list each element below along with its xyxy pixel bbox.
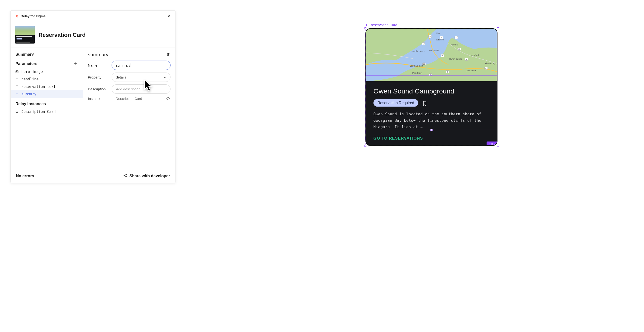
map-label: Thornbury bbox=[485, 62, 495, 65]
svg-text:13: 13 bbox=[423, 43, 424, 45]
route-shield-icon: 10 bbox=[441, 54, 444, 58]
parameter-item-summary[interactable]: summary bbox=[11, 90, 83, 98]
reservation-chip: Reservation Required bbox=[374, 99, 418, 107]
route-shield-icon: 26 bbox=[465, 58, 468, 61]
svg-text:6: 6 bbox=[447, 71, 448, 73]
share-icon bbox=[123, 174, 127, 178]
map-label: Kemble bbox=[451, 44, 458, 46]
diamond-icon bbox=[15, 110, 19, 113]
component-label[interactable]: Reservation Card bbox=[365, 23, 498, 27]
cta-link[interactable]: GO TO RESERVATIONS bbox=[374, 136, 423, 140]
parameter-item-headline[interactable]: headline bbox=[11, 75, 83, 83]
delete-button[interactable] bbox=[166, 52, 170, 57]
route-shield-icon: 13 bbox=[422, 42, 426, 46]
selection-handle[interactable] bbox=[497, 145, 499, 147]
text-icon bbox=[15, 92, 19, 96]
section-summary-heading: Summary bbox=[11, 52, 83, 59]
relay-instances-list: Description Card bbox=[11, 108, 83, 116]
component-label-text: Reservation Card bbox=[370, 23, 397, 27]
component-thumbnail bbox=[15, 26, 35, 44]
text-icon bbox=[15, 77, 19, 81]
route-shield-icon: 17 bbox=[458, 47, 461, 51]
svg-text:26: 26 bbox=[485, 68, 487, 69]
more-menu-button[interactable] bbox=[166, 32, 171, 37]
route-shield-icon: 6 bbox=[440, 36, 443, 40]
map-label: Meaford bbox=[471, 54, 479, 57]
property-select[interactable]: details bbox=[112, 73, 170, 82]
route-shield-icon: 6 bbox=[428, 35, 432, 38]
error-status: No errors bbox=[16, 174, 34, 178]
route-shield-icon: 6 bbox=[446, 70, 449, 74]
panel-footer: No errors Share with developer bbox=[11, 169, 175, 183]
svg-text:6: 6 bbox=[430, 36, 430, 37]
component-header: Reservation Card bbox=[11, 22, 175, 48]
component-name: Reservation Card bbox=[38, 31, 86, 38]
cta-row: GO TO RESERVATIONS bbox=[374, 136, 490, 140]
selection-handle[interactable] bbox=[364, 145, 366, 147]
route-shield-icon: 21 bbox=[429, 73, 433, 77]
image-icon bbox=[15, 70, 19, 74]
headline: Owen Sound Campground bbox=[374, 87, 490, 95]
figma-canvas: Reservation Card MarWiartonKembleSauble … bbox=[365, 23, 498, 151]
parameter-item-hero-image[interactable]: hero-image bbox=[11, 68, 83, 76]
instance-value: Description Card bbox=[112, 97, 166, 101]
parameter-item-reservation-text[interactable]: reservation-text bbox=[11, 83, 83, 91]
svg-text:17: 17 bbox=[458, 48, 460, 50]
svg-text:6: 6 bbox=[441, 37, 442, 39]
map-label: Hepworth bbox=[429, 50, 439, 52]
size-badge: Fill × Hug bbox=[486, 141, 498, 146]
map-label: Port Elgin bbox=[412, 72, 422, 74]
panel-body: Summary Parameters hero-imageheadlineres… bbox=[11, 48, 175, 169]
route-shield-icon: 21 bbox=[422, 62, 426, 66]
svg-point-1 bbox=[168, 35, 168, 35]
svg-text:10: 10 bbox=[442, 55, 443, 57]
parameter-name: headline bbox=[21, 77, 38, 81]
relay-logo-icon bbox=[15, 14, 18, 18]
route-shield-icon: 1 bbox=[454, 36, 458, 40]
share-label: Share with developer bbox=[130, 174, 170, 178]
name-field-label: Name bbox=[88, 63, 112, 67]
svg-text:21: 21 bbox=[430, 74, 432, 76]
bookmark-icon[interactable] bbox=[422, 101, 427, 107]
parameters-heading-row: Parameters bbox=[11, 59, 83, 68]
svg-point-2 bbox=[168, 35, 168, 35]
relay-instances-label: Relay instances bbox=[11, 98, 83, 108]
map-label: Southampton bbox=[410, 65, 423, 67]
parameter-name: hero-image bbox=[21, 70, 43, 74]
parameters-label: Parameters bbox=[16, 61, 38, 66]
parameter-name: reservation-text bbox=[21, 85, 56, 89]
close-button[interactable] bbox=[166, 14, 171, 19]
svg-text:1: 1 bbox=[456, 37, 457, 39]
instance-item[interactable]: Description Card bbox=[11, 108, 83, 116]
svg-text:26: 26 bbox=[466, 59, 467, 60]
svg-point-4 bbox=[167, 97, 169, 100]
property-field-label: Property bbox=[88, 75, 112, 79]
name-input[interactable]: summary bbox=[112, 61, 170, 70]
text-caret bbox=[130, 63, 131, 67]
map-label: Chatsworth bbox=[466, 69, 477, 72]
card-body: Owen Sound Campground Reservation Requir… bbox=[366, 81, 497, 145]
property-select-value: details bbox=[116, 75, 126, 79]
panel-header: Relay for Figma bbox=[11, 11, 175, 22]
component-diamond-icon bbox=[365, 23, 368, 26]
map-label: Sauble Beach bbox=[411, 50, 425, 53]
svg-text:21: 21 bbox=[423, 63, 425, 65]
instance-name: Description Card bbox=[21, 110, 56, 114]
plugin-title: Relay for Figma bbox=[21, 14, 46, 18]
locate-instance-button[interactable] bbox=[166, 96, 170, 101]
text-icon bbox=[15, 85, 19, 88]
map-label: Mar bbox=[436, 32, 440, 35]
parameter-name: summary bbox=[21, 92, 36, 96]
selection-handle[interactable] bbox=[364, 27, 366, 29]
selection-handle[interactable] bbox=[497, 27, 499, 29]
description-field-label: Description bbox=[88, 87, 112, 91]
parameter-list: hero-imageheadlinereservation-textsummar… bbox=[11, 68, 83, 98]
add-parameter-button[interactable] bbox=[74, 61, 78, 66]
description-input[interactable]: Add description bbox=[112, 84, 170, 94]
summary-text: Owen Sound is located on the southern sh… bbox=[374, 111, 490, 130]
relay-plugin-panel: Relay for Figma Reservation Card Summary bbox=[10, 11, 176, 183]
right-column: summary Name summary Property details bbox=[83, 48, 175, 169]
reservation-card: MarWiartonKembleSauble BeachHepworthOwen… bbox=[366, 28, 498, 146]
svg-point-0 bbox=[168, 34, 168, 35]
share-button[interactable]: Share with developer bbox=[123, 174, 170, 178]
